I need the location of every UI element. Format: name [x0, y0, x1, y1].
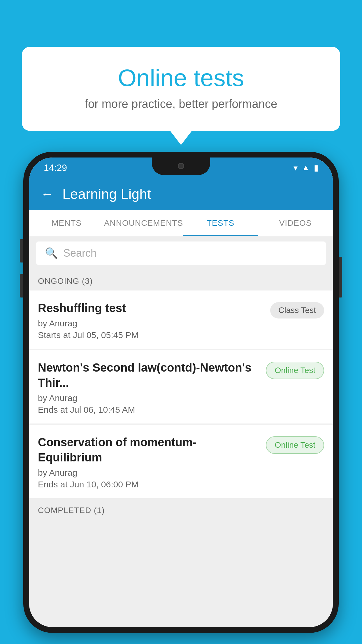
- badge-online-test-1: Online Test: [266, 362, 324, 379]
- test-card-conservation[interactable]: Conservation of momentum-Equilibrium by …: [29, 425, 333, 498]
- volume-down-button: [20, 274, 23, 298]
- tab-videos[interactable]: VIDEOS: [258, 210, 333, 236]
- tab-announcements[interactable]: ANNOUNCEMENTS: [104, 210, 183, 236]
- promo-card: Online tests for more practice, better p…: [22, 47, 340, 131]
- test-time-newton: Ends at Jul 06, 10:45 AM: [38, 405, 260, 415]
- wifi-icon: ▾: [294, 163, 298, 173]
- test-name-reshuffling: Reshuffling test: [38, 300, 264, 316]
- search-container: 🔍 Search: [29, 236, 333, 270]
- test-name-newton: Newton's Second law(contd)-Newton's Thir…: [38, 360, 260, 390]
- test-card-reshuffling[interactable]: Reshuffling test by Anurag Starts at Jul…: [29, 290, 333, 349]
- test-card-newton[interactable]: Newton's Second law(contd)-Newton's Thir…: [29, 350, 333, 424]
- tab-tests[interactable]: TESTS: [183, 210, 258, 236]
- phone-notch: [152, 158, 210, 175]
- tabs-bar: MENTS ANNOUNCEMENTS TESTS VIDEOS: [29, 210, 333, 236]
- test-author-conservation: by Anurag: [38, 468, 260, 478]
- ongoing-section-header: ONGOING (3): [29, 270, 333, 290]
- search-icon: 🔍: [45, 247, 58, 259]
- test-name-conservation: Conservation of momentum-Equilibrium: [38, 435, 260, 465]
- volume-up-button: [20, 239, 23, 262]
- completed-section-header: COMPLETED (1): [29, 499, 333, 520]
- power-button: [339, 257, 342, 298]
- test-time-conservation: Ends at Jun 10, 06:00 PM: [38, 480, 260, 489]
- test-author-reshuffling: by Anurag: [38, 318, 264, 328]
- app-bar: ← Learning Light: [29, 178, 333, 210]
- test-info-conservation: Conservation of momentum-Equilibrium by …: [38, 435, 266, 489]
- content-area: ONGOING (3) Reshuffling test by Anurag S…: [29, 270, 333, 627]
- status-time: 14:29: [44, 162, 67, 173]
- battery-icon: ▮: [314, 163, 318, 173]
- status-icons: ▾ ▲ ▮: [294, 163, 318, 173]
- search-bar[interactable]: 🔍 Search: [36, 242, 326, 265]
- front-camera: [178, 163, 184, 169]
- test-info-reshuffling: Reshuffling test by Anurag Starts at Jul…: [38, 300, 270, 340]
- search-placeholder: Search: [63, 247, 96, 259]
- test-info-newton: Newton's Second law(contd)-Newton's Thir…: [38, 360, 266, 415]
- phone-frame: 14:29 ▾ ▲ ▮ ← Learning Light MENTS ANNOU…: [23, 152, 339, 633]
- test-author-newton: by Anurag: [38, 393, 260, 403]
- app-title: Learning Light: [62, 186, 151, 202]
- badge-online-test-2: Online Test: [266, 436, 324, 454]
- tab-ments[interactable]: MENTS: [29, 210, 104, 236]
- badge-class-test: Class Test: [270, 302, 324, 318]
- phone-screen: 14:29 ▾ ▲ ▮ ← Learning Light MENTS ANNOU…: [29, 158, 333, 627]
- test-time-reshuffling: Starts at Jul 05, 05:45 PM: [38, 330, 264, 340]
- promo-title: Online tests: [45, 64, 317, 92]
- back-button[interactable]: ←: [41, 187, 54, 201]
- promo-subtitle: for more practice, better performance: [45, 97, 317, 111]
- signal-icon: ▲: [302, 163, 310, 172]
